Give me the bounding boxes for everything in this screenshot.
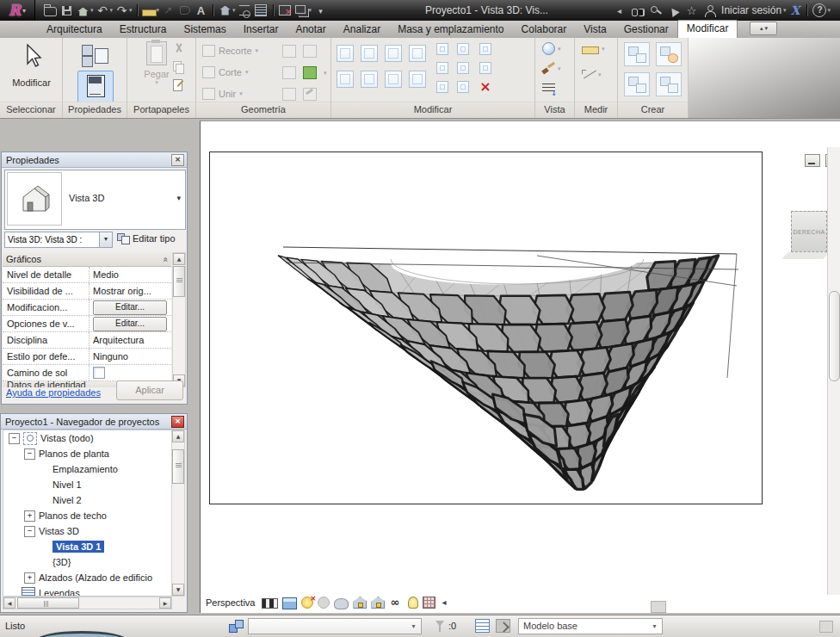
properties-help-link[interactable]: Ayuda de propiedades xyxy=(6,387,101,398)
minimize-ribbon-button[interactable]: ▴▾ xyxy=(750,22,777,35)
copy-icon[interactable] xyxy=(361,71,378,88)
collapse-icon[interactable]: − xyxy=(24,526,35,537)
split-icon[interactable] xyxy=(436,43,448,55)
aligned-dimension-icon[interactable] xyxy=(161,3,176,18)
property-group-header[interactable]: Gráficos « xyxy=(3,252,171,267)
scroll-down-icon[interactable]: ▼ xyxy=(172,584,184,596)
measure-icon-dropdown[interactable]: ▾ xyxy=(157,7,160,14)
geometry-unir-button[interactable]: Unir▾ xyxy=(202,86,243,102)
beam-join-icon[interactable] xyxy=(282,66,296,79)
collapse-icon[interactable]: − xyxy=(24,448,35,460)
tree-item-planos-de-planta[interactable]: −Planos de planta xyxy=(3,446,171,461)
tree-item-label[interactable]: Nivel 2 xyxy=(52,495,82,505)
property-value[interactable]: Editar... xyxy=(90,300,171,315)
property-value[interactable]: Mostrar orig... xyxy=(90,283,171,299)
close-hidden-windows-icon[interactable] xyxy=(278,3,293,18)
wall-join-icon[interactable] xyxy=(303,45,317,58)
create-parts-icon[interactable] xyxy=(656,72,682,96)
tab-masa-y-emplazamiento[interactable]: Masa y emplazamiento xyxy=(389,21,512,38)
tree-item-label[interactable]: Vista 3D 1 xyxy=(52,541,104,553)
dropdown-icon[interactable]: ▾ xyxy=(239,90,243,97)
editable-only-icon[interactable] xyxy=(475,619,490,633)
checkbox[interactable] xyxy=(93,367,105,379)
dropdown-icon[interactable]: ▾ xyxy=(245,69,249,76)
create-similar-icon[interactable] xyxy=(656,42,682,66)
tab-gestionar[interactable]: Gestionar xyxy=(615,21,677,38)
cope-icon[interactable] xyxy=(282,45,296,58)
model-3d-view[interactable] xyxy=(210,152,760,502)
scrollbar-thumb[interactable] xyxy=(829,291,840,381)
view-minimize-button[interactable] xyxy=(805,154,820,167)
match-type-icon[interactable] xyxy=(172,79,185,91)
worksets-icon[interactable] xyxy=(229,620,244,633)
browser-horizontal-scrollbar[interactable]: ◀ ▶ xyxy=(3,597,172,609)
tab-sistemas[interactable]: Sistemas xyxy=(175,21,234,38)
tree-item--3d-[interactable]: {3D} xyxy=(3,554,171,570)
scroll-right-icon[interactable]: ▶ xyxy=(159,597,171,609)
tree-item-label[interactable]: Alzados (Alzado de edificio xyxy=(39,572,152,583)
tree-item-label[interactable]: Nivel 1 xyxy=(52,479,82,490)
collapse-chevron-icon[interactable]: « xyxy=(160,257,170,262)
edit-button[interactable]: Editar... xyxy=(93,317,167,331)
scroll-up-icon[interactable]: ▲ xyxy=(172,430,184,442)
tree-item-emplazamiento[interactable]: Emplazamiento xyxy=(3,461,171,477)
property-value[interactable]: Arquitectura xyxy=(90,332,171,348)
redo-icon-dropdown[interactable]: ▾ xyxy=(129,7,133,14)
switch-windows-icon-dropdown[interactable]: ▾ xyxy=(309,7,312,14)
delete-icon[interactable]: × xyxy=(479,81,491,93)
demolish-hammer-icon[interactable] xyxy=(303,88,317,101)
panel-label[interactable]: Medir xyxy=(575,102,617,118)
align-icon[interactable] xyxy=(337,45,354,62)
app-menu-button[interactable]: R ▾ xyxy=(0,0,35,21)
move-icon[interactable] xyxy=(337,71,354,88)
tree-item-planos-de-techo[interactable]: +Planos de techo xyxy=(3,508,171,523)
type-selector[interactable]: Vista 3D ▾ xyxy=(4,170,186,230)
split-gap-icon[interactable] xyxy=(457,43,469,55)
reveal-hidden-icon[interactable] xyxy=(408,597,418,609)
panel-label[interactable]: Crear xyxy=(618,102,688,118)
modify-tool-button[interactable]: Modificar xyxy=(7,40,56,102)
tree-item-label[interactable]: Leyendas xyxy=(39,588,80,597)
customize-qat-icon[interactable] xyxy=(313,3,328,18)
default-3d-view-icon[interactable] xyxy=(218,3,232,18)
dropdown-icon[interactable]: ▾ xyxy=(256,47,259,54)
drawing-area[interactable]: DERECHA Perspectiva xyxy=(200,121,840,613)
apply-button[interactable]: Aplicar xyxy=(116,380,183,400)
search-icon[interactable] xyxy=(630,3,645,18)
keyword-search-icon[interactable] xyxy=(648,3,663,18)
property-value[interactable]: Medio xyxy=(90,267,171,282)
design-options-combobox[interactable]: Modelo base ▾ xyxy=(518,618,663,634)
text-icon[interactable] xyxy=(194,3,208,18)
property-value[interactable] xyxy=(90,365,171,380)
geometry-corte-button[interactable]: Corte▾ xyxy=(202,65,248,80)
collapse-icon[interactable] xyxy=(440,597,454,609)
create-assembly-icon[interactable] xyxy=(624,72,650,96)
chevron-down-icon[interactable]: ▾ xyxy=(99,232,112,247)
favorites-icon[interactable] xyxy=(684,3,699,18)
tree-item-label[interactable]: Vistas 3D xyxy=(39,526,79,536)
open-icon[interactable] xyxy=(43,3,58,18)
thin-lines-icon[interactable] xyxy=(542,83,555,94)
offset-icon[interactable] xyxy=(361,45,378,62)
tab-anotar[interactable]: Anotar xyxy=(287,21,334,38)
geometry-recorte-button[interactable]: Recorte▾ xyxy=(202,43,258,59)
browser-vertical-scrollbar[interactable]: ▲ ▼ xyxy=(171,430,185,597)
exchange-apps-icon[interactable]: X xyxy=(791,4,800,16)
property-value[interactable]: Ninguno xyxy=(90,349,171,364)
render-icon[interactable] xyxy=(334,598,349,609)
array-icon[interactable] xyxy=(436,62,448,74)
tab-colaborar[interactable]: Colaborar xyxy=(513,21,576,38)
tree-item-vistas-3d[interactable]: −Vistas 3D xyxy=(3,523,171,539)
tree-item-vista-3d-1[interactable]: Vista 3D 1 xyxy=(3,539,171,554)
user-icon[interactable] xyxy=(702,3,717,18)
default-3d-view-icon-dropdown[interactable]: ▾ xyxy=(232,7,236,14)
scrollbar-thumb[interactable] xyxy=(172,449,184,484)
collapse-title-icon[interactable] xyxy=(612,3,627,18)
synchronize-icon-dropdown[interactable]: ▾ xyxy=(90,7,94,14)
measure-tape-icon[interactable] xyxy=(582,46,599,54)
match-icon[interactable] xyxy=(457,81,469,93)
demolish-cube-icon[interactable] xyxy=(303,66,317,79)
section-icon[interactable] xyxy=(238,3,252,18)
tree-item-leyendas[interactable]: Leyendas xyxy=(3,585,171,597)
create-group-icon[interactable] xyxy=(624,42,650,66)
